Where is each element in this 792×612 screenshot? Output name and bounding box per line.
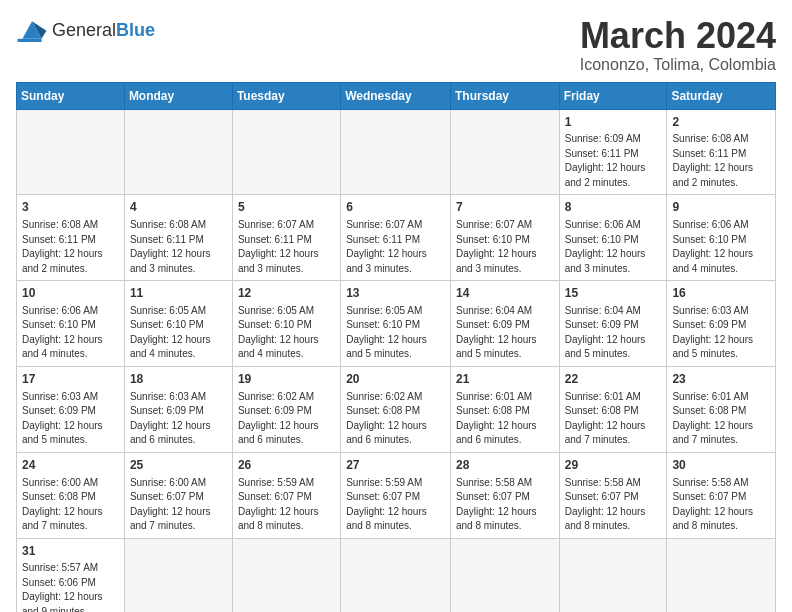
day-info: Sunrise: 6:08 AM Sunset: 6:11 PM Dayligh… (130, 218, 227, 276)
day-info: Sunrise: 6:04 AM Sunset: 6:09 PM Dayligh… (565, 304, 662, 362)
day-number: 17 (22, 371, 119, 388)
calendar-table: SundayMondayTuesdayWednesdayThursdayFrid… (16, 82, 776, 612)
day-number: 13 (346, 285, 445, 302)
calendar-cell: 20Sunrise: 6:02 AM Sunset: 6:08 PM Dayli… (341, 366, 451, 452)
day-number: 6 (346, 199, 445, 216)
day-number: 29 (565, 457, 662, 474)
days-header-row: SundayMondayTuesdayWednesdayThursdayFrid… (17, 82, 776, 109)
day-number: 31 (22, 543, 119, 560)
calendar-cell: 9Sunrise: 6:06 AM Sunset: 6:10 PM Daylig… (667, 195, 776, 281)
day-number: 16 (672, 285, 770, 302)
week-row-2: 3Sunrise: 6:08 AM Sunset: 6:11 PM Daylig… (17, 195, 776, 281)
calendar-cell: 16Sunrise: 6:03 AM Sunset: 6:09 PM Dayli… (667, 281, 776, 367)
day-info: Sunrise: 6:06 AM Sunset: 6:10 PM Dayligh… (565, 218, 662, 276)
calendar-cell: 29Sunrise: 5:58 AM Sunset: 6:07 PM Dayli… (559, 452, 667, 538)
calendar-cell: 23Sunrise: 6:01 AM Sunset: 6:08 PM Dayli… (667, 366, 776, 452)
day-info: Sunrise: 6:03 AM Sunset: 6:09 PM Dayligh… (672, 304, 770, 362)
day-header-thursday: Thursday (450, 82, 559, 109)
day-number: 4 (130, 199, 227, 216)
calendar-cell: 18Sunrise: 6:03 AM Sunset: 6:09 PM Dayli… (124, 366, 232, 452)
day-number: 23 (672, 371, 770, 388)
day-number: 5 (238, 199, 335, 216)
week-row-1: 1Sunrise: 6:09 AM Sunset: 6:11 PM Daylig… (17, 109, 776, 195)
week-row-6: 31Sunrise: 5:57 AM Sunset: 6:06 PM Dayli… (17, 538, 776, 612)
calendar-cell: 27Sunrise: 5:59 AM Sunset: 6:07 PM Dayli… (341, 452, 451, 538)
day-header-tuesday: Tuesday (232, 82, 340, 109)
day-number: 2 (672, 114, 770, 131)
calendar-cell: 1Sunrise: 6:09 AM Sunset: 6:11 PM Daylig… (559, 109, 667, 195)
day-info: Sunrise: 6:05 AM Sunset: 6:10 PM Dayligh… (130, 304, 227, 362)
day-number: 30 (672, 457, 770, 474)
day-number: 28 (456, 457, 554, 474)
day-header-saturday: Saturday (667, 82, 776, 109)
day-number: 26 (238, 457, 335, 474)
calendar-cell: 25Sunrise: 6:00 AM Sunset: 6:07 PM Dayli… (124, 452, 232, 538)
calendar-title-area: March 2024 Icononzo, Tolima, Colombia (580, 16, 776, 74)
day-number: 18 (130, 371, 227, 388)
calendar-cell: 21Sunrise: 6:01 AM Sunset: 6:08 PM Dayli… (450, 366, 559, 452)
day-info: Sunrise: 6:09 AM Sunset: 6:11 PM Dayligh… (565, 132, 662, 190)
day-number: 19 (238, 371, 335, 388)
day-info: Sunrise: 6:02 AM Sunset: 6:08 PM Dayligh… (346, 390, 445, 448)
day-number: 12 (238, 285, 335, 302)
day-header-friday: Friday (559, 82, 667, 109)
calendar-cell: 6Sunrise: 6:07 AM Sunset: 6:11 PM Daylig… (341, 195, 451, 281)
month-title: March 2024 (580, 16, 776, 56)
calendar-cell: 11Sunrise: 6:05 AM Sunset: 6:10 PM Dayli… (124, 281, 232, 367)
day-number: 9 (672, 199, 770, 216)
day-info: Sunrise: 6:00 AM Sunset: 6:07 PM Dayligh… (130, 476, 227, 534)
day-info: Sunrise: 6:01 AM Sunset: 6:08 PM Dayligh… (672, 390, 770, 448)
calendar-cell: 22Sunrise: 6:01 AM Sunset: 6:08 PM Dayli… (559, 366, 667, 452)
logo-text: GeneralBlue (52, 20, 155, 41)
day-info: Sunrise: 5:57 AM Sunset: 6:06 PM Dayligh… (22, 561, 119, 612)
calendar-cell (232, 538, 340, 612)
day-header-sunday: Sunday (17, 82, 125, 109)
calendar-cell: 17Sunrise: 6:03 AM Sunset: 6:09 PM Dayli… (17, 366, 125, 452)
day-number: 11 (130, 285, 227, 302)
day-info: Sunrise: 6:04 AM Sunset: 6:09 PM Dayligh… (456, 304, 554, 362)
day-info: Sunrise: 6:03 AM Sunset: 6:09 PM Dayligh… (130, 390, 227, 448)
calendar-cell: 14Sunrise: 6:04 AM Sunset: 6:09 PM Dayli… (450, 281, 559, 367)
calendar-cell: 10Sunrise: 6:06 AM Sunset: 6:10 PM Dayli… (17, 281, 125, 367)
page-header: GeneralBlue March 2024 Icononzo, Tolima,… (16, 16, 776, 74)
day-info: Sunrise: 6:06 AM Sunset: 6:10 PM Dayligh… (672, 218, 770, 276)
day-info: Sunrise: 6:08 AM Sunset: 6:11 PM Dayligh… (672, 132, 770, 190)
day-number: 7 (456, 199, 554, 216)
calendar-cell (450, 538, 559, 612)
day-info: Sunrise: 5:58 AM Sunset: 6:07 PM Dayligh… (456, 476, 554, 534)
week-row-3: 10Sunrise: 6:06 AM Sunset: 6:10 PM Dayli… (17, 281, 776, 367)
calendar-cell: 5Sunrise: 6:07 AM Sunset: 6:11 PM Daylig… (232, 195, 340, 281)
calendar-cell (232, 109, 340, 195)
day-number: 27 (346, 457, 445, 474)
week-row-4: 17Sunrise: 6:03 AM Sunset: 6:09 PM Dayli… (17, 366, 776, 452)
day-number: 15 (565, 285, 662, 302)
calendar-cell: 26Sunrise: 5:59 AM Sunset: 6:07 PM Dayli… (232, 452, 340, 538)
day-info: Sunrise: 6:05 AM Sunset: 6:10 PM Dayligh… (346, 304, 445, 362)
calendar-cell (124, 538, 232, 612)
day-number: 10 (22, 285, 119, 302)
calendar-cell: 7Sunrise: 6:07 AM Sunset: 6:10 PM Daylig… (450, 195, 559, 281)
calendar-cell: 3Sunrise: 6:08 AM Sunset: 6:11 PM Daylig… (17, 195, 125, 281)
day-info: Sunrise: 6:07 AM Sunset: 6:10 PM Dayligh… (456, 218, 554, 276)
calendar-cell (17, 109, 125, 195)
calendar-cell: 19Sunrise: 6:02 AM Sunset: 6:09 PM Dayli… (232, 366, 340, 452)
calendar-cell: 15Sunrise: 6:04 AM Sunset: 6:09 PM Dayli… (559, 281, 667, 367)
logo: GeneralBlue (16, 16, 155, 44)
calendar-cell (450, 109, 559, 195)
calendar-cell: 13Sunrise: 6:05 AM Sunset: 6:10 PM Dayli… (341, 281, 451, 367)
calendar-cell (559, 538, 667, 612)
calendar-cell (341, 109, 451, 195)
day-info: Sunrise: 6:07 AM Sunset: 6:11 PM Dayligh… (346, 218, 445, 276)
calendar-cell: 4Sunrise: 6:08 AM Sunset: 6:11 PM Daylig… (124, 195, 232, 281)
day-number: 22 (565, 371, 662, 388)
calendar-cell: 24Sunrise: 6:00 AM Sunset: 6:08 PM Dayli… (17, 452, 125, 538)
day-info: Sunrise: 6:08 AM Sunset: 6:11 PM Dayligh… (22, 218, 119, 276)
day-info: Sunrise: 6:06 AM Sunset: 6:10 PM Dayligh… (22, 304, 119, 362)
day-number: 14 (456, 285, 554, 302)
day-info: Sunrise: 6:01 AM Sunset: 6:08 PM Dayligh… (565, 390, 662, 448)
calendar-cell (667, 538, 776, 612)
calendar-cell: 8Sunrise: 6:06 AM Sunset: 6:10 PM Daylig… (559, 195, 667, 281)
calendar-cell: 12Sunrise: 6:05 AM Sunset: 6:10 PM Dayli… (232, 281, 340, 367)
day-info: Sunrise: 6:00 AM Sunset: 6:08 PM Dayligh… (22, 476, 119, 534)
svg-rect-2 (18, 39, 42, 42)
